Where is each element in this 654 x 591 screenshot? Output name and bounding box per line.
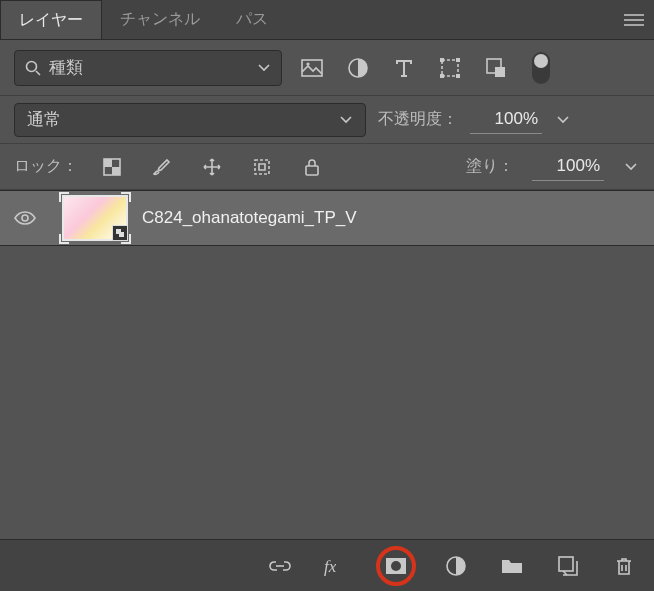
filter-type-layers[interactable] xyxy=(388,52,420,84)
panel-tabs: レイヤー チャンネル パス xyxy=(0,0,654,40)
blend-opacity-row: 通常 不透明度： 100% xyxy=(0,96,654,144)
svg-rect-5 xyxy=(440,58,444,62)
lock-icon xyxy=(304,158,320,176)
fx-icon: fx xyxy=(324,556,348,576)
fill-input[interactable]: 100% xyxy=(532,153,604,181)
tab-paths[interactable]: パス xyxy=(218,0,286,39)
new-layer-icon xyxy=(558,556,578,576)
link-layers-button[interactable] xyxy=(264,550,296,582)
opacity-flyout[interactable] xyxy=(554,115,572,125)
lock-fill-row: ロック： 塗り： 100% xyxy=(0,144,654,190)
mask-icon xyxy=(385,557,407,575)
filter-toggle[interactable] xyxy=(532,52,550,84)
brush-icon xyxy=(153,158,171,176)
chevron-down-icon xyxy=(257,63,271,73)
layer-name[interactable]: C824_ohanatotegami_TP_V xyxy=(142,208,357,228)
layers-list: C824_ohanatotegami_TP_V xyxy=(0,190,654,539)
blend-mode-select[interactable]: 通常 xyxy=(14,103,366,137)
layer-filter-row: 種類 xyxy=(0,40,654,96)
fill-value: 100% xyxy=(557,156,600,176)
layer-thumbnail[interactable] xyxy=(62,195,128,241)
filter-type-label: 種類 xyxy=(49,56,83,79)
filter-type-select[interactable]: 種類 xyxy=(14,50,282,86)
svg-rect-4 xyxy=(442,60,458,76)
tab-channels[interactable]: チャンネル xyxy=(102,0,218,39)
svg-point-0 xyxy=(27,61,37,71)
lock-artboard-nesting[interactable] xyxy=(246,151,278,183)
svg-rect-12 xyxy=(104,159,112,167)
svg-rect-15 xyxy=(306,166,318,175)
new-group-button[interactable] xyxy=(496,550,528,582)
lock-image-pixels[interactable] xyxy=(146,151,178,183)
move-icon xyxy=(202,157,222,177)
smart-object-badge xyxy=(112,225,128,241)
new-adjustment-layer-button[interactable] xyxy=(440,550,472,582)
svg-rect-23 xyxy=(559,557,573,571)
visibility-toggle[interactable] xyxy=(14,210,36,226)
add-mask-button[interactable] xyxy=(376,546,416,586)
svg-rect-6 xyxy=(456,58,460,62)
panel-menu-button[interactable] xyxy=(614,0,654,40)
filter-pixel-layers[interactable] xyxy=(296,52,328,84)
folder-icon xyxy=(501,557,523,575)
svg-rect-7 xyxy=(440,74,444,78)
layer-item[interactable]: C824_ohanatotegami_TP_V xyxy=(0,190,654,246)
svg-rect-18 xyxy=(119,232,124,237)
svg-rect-14 xyxy=(255,160,269,174)
svg-text:fx: fx xyxy=(324,557,337,576)
trash-icon xyxy=(615,556,633,576)
hamburger-icon xyxy=(623,13,645,27)
adjustment-icon xyxy=(446,556,466,576)
lock-transparent-pixels[interactable] xyxy=(96,151,128,183)
layer-style-button[interactable]: fx xyxy=(320,550,352,582)
search-icon xyxy=(25,60,41,76)
filter-adjustment-layers[interactable] xyxy=(342,52,374,84)
opacity-value: 100% xyxy=(495,109,538,129)
filter-smart-objects[interactable] xyxy=(480,52,512,84)
image-icon xyxy=(301,59,323,77)
eye-icon xyxy=(14,210,36,226)
chevron-down-icon xyxy=(339,115,353,125)
adjustment-icon xyxy=(348,58,368,78)
fill-label: 塗り： xyxy=(466,156,514,177)
tab-layers[interactable]: レイヤー xyxy=(0,0,102,39)
svg-point-2 xyxy=(306,62,309,65)
svg-point-16 xyxy=(22,215,28,221)
link-icon xyxy=(269,559,291,573)
artboard-icon xyxy=(252,157,272,177)
svg-point-21 xyxy=(391,561,401,571)
smart-object-icon xyxy=(486,58,506,78)
checker-icon xyxy=(103,158,121,176)
svg-rect-13 xyxy=(112,167,120,175)
filter-shape-layers[interactable] xyxy=(434,52,466,84)
blend-mode-value: 通常 xyxy=(27,108,61,131)
lock-position[interactable] xyxy=(196,151,228,183)
opacity-input[interactable]: 100% xyxy=(470,106,542,134)
fill-flyout[interactable] xyxy=(622,162,640,172)
lock-label: ロック： xyxy=(14,156,78,177)
opacity-label: 不透明度： xyxy=(378,109,458,130)
new-layer-button[interactable] xyxy=(552,550,584,582)
layer-actions-bar: fx xyxy=(0,539,654,591)
shape-icon xyxy=(440,58,460,78)
lock-all[interactable] xyxy=(296,151,328,183)
svg-rect-8 xyxy=(456,74,460,78)
type-icon xyxy=(395,59,413,77)
delete-layer-button[interactable] xyxy=(608,550,640,582)
svg-rect-10 xyxy=(495,67,505,77)
